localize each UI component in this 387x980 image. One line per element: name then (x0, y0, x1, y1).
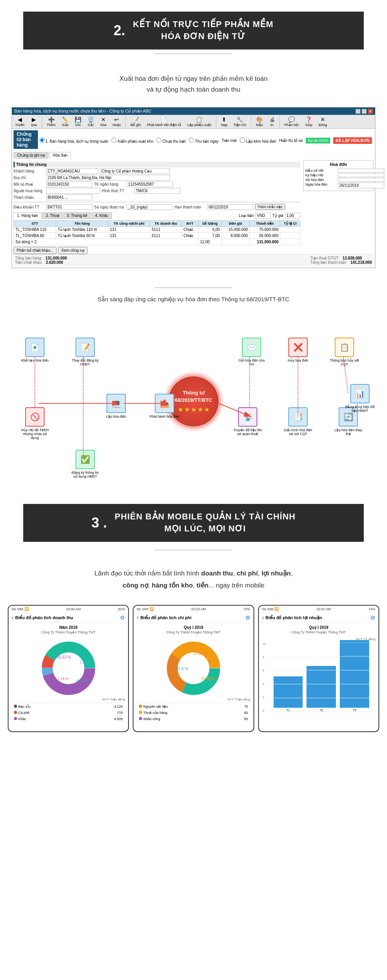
toolbar-phan-hoi[interactable]: 💬Phản hồi (283, 116, 301, 128)
sw-label-nguoimua: Người mua hàng (14, 189, 45, 193)
sw-congno-btn[interactable]: Xem công nợ (58, 247, 87, 254)
phone2-unit: ĐVT: Triệu đồng (137, 698, 250, 701)
toolbar-lap-phieu[interactable]: 📋Lập phiếu xuất (186, 116, 213, 128)
phone1-unit: ĐVT: Triệu đồng (12, 698, 125, 701)
table-row: TL_TOSHIBA 60 Tủ lạnh Toshiba 60 lít 131… (14, 233, 300, 239)
toolbar-forward[interactable]: ▶Sau (29, 116, 39, 128)
toolbar-cancel[interactable]: ✕Xóa (99, 116, 108, 128)
toolbar-sep1 (42, 116, 42, 128)
sw-tienmoi-label: Tiền mới (222, 138, 237, 143)
wf-dangky-label: Đăng ký thông tin sử dụng HĐĐT (70, 471, 101, 478)
sw-dalaph-btn[interactable]: ĐÃ LẬP HÓA ĐƠN (333, 137, 372, 144)
sw-sotalchinh-btn[interactable]: Số tài chính (306, 138, 330, 143)
sw-th-stt: STT (14, 221, 56, 227)
phone2-company: Công Ty TNHH Truyền Thông TMT (137, 630, 250, 634)
sw-tab-chungtughi[interactable]: Chứng từ ghi nợ (14, 152, 48, 159)
phone1-company: Công Ty TNHH Truyền Thông TMT (12, 630, 125, 634)
sw-radio1[interactable]: 1. Bán hàng hóa, dịch vụ trong nước (39, 138, 109, 143)
wf-truyendl-icon: 📡 (238, 407, 257, 427)
toolbar-new[interactable]: ➕Thêm (45, 116, 57, 128)
toolbar-edit[interactable]: ✏️Sửa (60, 116, 70, 128)
minimize-btn[interactable]: ─ (356, 109, 360, 114)
phone1-leg2-val: 770 (82, 710, 124, 715)
phone1-gear-icon[interactable]: ⚙ (120, 615, 125, 621)
phone3-title: Biểu đồ phân tích lợi nhuận (265, 615, 369, 620)
phone1-statusbar: No SIM 🔁 10:00 AM 81% (9, 606, 128, 613)
toolbar-save[interactable]: 💾Ghi (73, 116, 83, 128)
phone2-battery: 70% (243, 607, 250, 611)
section3-title-line2: MỌI LÚC, MỌI NƠI (115, 523, 295, 535)
sw-radio-kpxk[interactable]: Kiểm phiếu xuất kho (111, 138, 153, 143)
sw-hd-kyhieu-label: Ký hiệu HĐ (305, 173, 336, 177)
phone1-time: 10:00 AM (66, 607, 80, 611)
phone1-header: ‹ Biểu đồ phân tích doanh thu ⚙ (9, 613, 128, 623)
phone3-period: Quý I 2019 (262, 625, 375, 630)
phone1-legend: Bạc sỉu 4.120 Cà phê 770 Khác 4.505 (12, 703, 125, 722)
sw-titlebar-controls[interactable]: ─ □ ✕ (356, 109, 373, 114)
sw-input-khachhang[interactable] (46, 168, 98, 174)
phone1-back-icon[interactable]: ‹ (12, 614, 14, 621)
sw-input-hanthan: 06/12/2019 (207, 204, 253, 210)
section2-title-line1: KẾT NỐI TRỰC TIẾP PHẦN MỀM (133, 19, 274, 31)
wf-huytbph: 🚫 Hủy HĐ đã TBPH nhưng chưa sử dụng (19, 407, 50, 440)
toolbar-bghi[interactable]: 📝Bổ ghi (129, 116, 142, 128)
phone2-leg1-val: 75 (229, 704, 249, 709)
phone2-title: Biểu đồ phân tích chi phí (140, 615, 244, 620)
sw-themnh-btn[interactable]: Thêm nhắc việc (255, 204, 285, 210)
sw-label-kh: Khách hàng (14, 169, 45, 173)
td-ten: Tủ lạnh Toshiba 110 lít (56, 227, 108, 233)
td-dvt: Chiếc (182, 233, 198, 239)
sw-right-col: Hoá đơn Mẫu số HĐ Ký hiệu HĐ Số hóa đơn (302, 160, 373, 254)
sw-checkbox-chuathu[interactable]: Chưa thu tiền (156, 138, 186, 143)
sw-ttab-khac[interactable]: 4. Khác (92, 212, 112, 219)
phone3-back-icon[interactable]: ‹ (262, 614, 264, 621)
toolbar-sep4 (251, 116, 251, 128)
sw-ttab-thue[interactable]: 2. Thuế (42, 212, 62, 219)
phone2-back-icon[interactable]: ‹ (137, 614, 139, 621)
phone3-company: Công Ty TNHH Truyền Thông TMT (262, 630, 375, 634)
phone1-title: Biểu đồ phân tích doanh thu (15, 615, 118, 620)
sw-total-empty1 (221, 239, 249, 245)
toolbar-phat-hanh[interactable]: 📄Phát hành HĐ điện tử (146, 116, 183, 128)
sw-input-diachi: 2105 Đê La Thành, Đống Đa, Hà Nội (46, 175, 170, 181)
toolbar-mau[interactable]: 🎨Mẫu (254, 116, 265, 128)
sw-chungtu-heading: Chứng từ bán hàng (14, 130, 38, 149)
td-stt: TL_TOSHIBA 60 (14, 233, 56, 239)
td-tkcong: 131 (108, 227, 150, 233)
sw-lapkemhoadon[interactable]: Lặp kèm hóa đơn (240, 138, 276, 143)
sw-th-ten: Tên hàng (56, 221, 108, 227)
close-btn[interactable]: ✕ (368, 109, 373, 114)
section3-title-line1: PHIÊN BẢN MOBILE QUẢN LÝ TÀI CHÍNH (115, 511, 295, 523)
wf-phathanh-icon: 📤 (155, 394, 174, 413)
workflow-subtitle: Sẵn sàng đáp ứng các nghiệp vụ hóa đơn t… (12, 296, 375, 303)
sw-phanbo-btn[interactable]: Phân bổ chiết khấu... (14, 247, 57, 254)
sw-loaitien-row: Loại tiền VND Tỷ giá 1,00 (239, 212, 300, 219)
maximize-btn[interactable]: □ (362, 109, 366, 114)
toolbar-tien-ich[interactable]: 🔧Tiện ích (232, 116, 248, 128)
toolbar-nap[interactable]: ⬆Nap (219, 116, 229, 128)
phone2-legend: Nguyên vật liệu 75 Thuế cửa hàng 60 Nhân… (137, 703, 250, 722)
toolbar-giup[interactable]: ❓Giúp (303, 116, 314, 128)
wf-khoitao: 📄✚ Khởi tạo hóa đơn (19, 338, 50, 362)
phone1-period: Năm 2019 (12, 625, 125, 630)
phone3-signal: No SIM 🔁 (262, 607, 279, 611)
sw-ttab-hang[interactable]: 1. Hàng tiền (14, 212, 41, 219)
phone1-leg2-label: Cà phê (18, 711, 29, 715)
sw-total-sl: 12,00 (198, 239, 221, 245)
sw-tab-hoadon[interactable]: Hóa đơn (49, 152, 71, 159)
phone3-gear-icon[interactable]: ⚙ (370, 615, 375, 621)
sw-data-table: STT Tên hàng TK công nợchi phí TK doanh … (14, 220, 300, 245)
phone2-gear-icon[interactable]: ⚙ (245, 615, 250, 621)
phone2-signal: No SIM 🔁 (137, 607, 154, 611)
toolbar-in[interactable]: 🖨In (268, 116, 276, 128)
phone2-time: 10:23 AM (191, 607, 206, 611)
toolbar-delete[interactable]: 🗑️Cất (86, 116, 96, 128)
toolbar-undo[interactable]: ↩Hoàn (111, 116, 123, 128)
sw-two-col: Thông tin chung Khách hàng Công ty Cổ ph… (14, 160, 373, 254)
toolbar-back[interactable]: ◀Trước (14, 116, 26, 128)
sw-ttab-thongke[interactable]: 3. Thống kê (63, 212, 91, 219)
sw-th-dvt: ĐVT (182, 221, 198, 227)
phone3-chart-area: Quý I 2019 Công Ty TNHH Truyền Thông TMT… (259, 623, 378, 731)
toolbar-dong[interactable]: ✕Đóng (317, 116, 329, 128)
sw-checkbox-thutienngay[interactable]: Thu tiền ngay (189, 138, 219, 143)
